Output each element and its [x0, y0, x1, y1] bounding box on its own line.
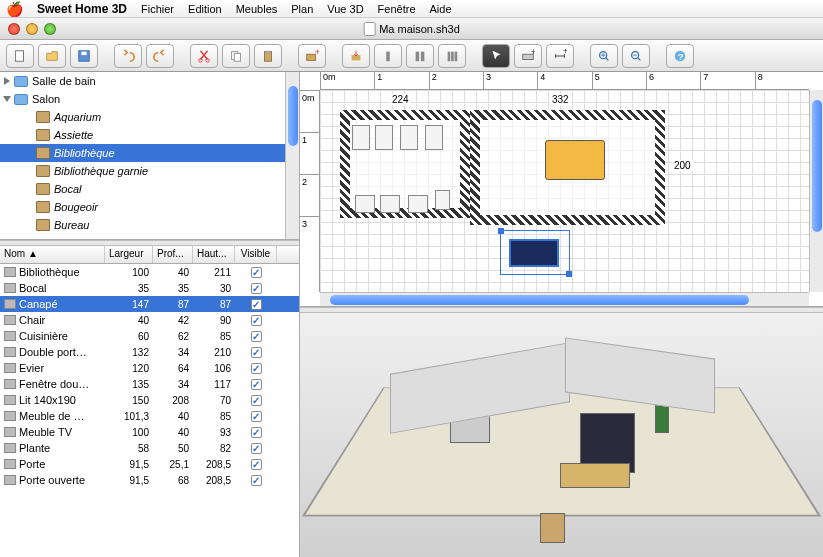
- visible-checkbox[interactable]: ✓: [251, 331, 262, 342]
- menu-meubles[interactable]: Meubles: [236, 3, 278, 15]
- plan-2d-view[interactable]: 0m12345678 0m123 224 332 200: [300, 72, 823, 307]
- column-visible[interactable]: Visible: [235, 246, 277, 263]
- copy-button[interactable]: [222, 44, 250, 68]
- visible-checkbox[interactable]: ✓: [251, 283, 262, 294]
- selection-handles[interactable]: [500, 230, 570, 275]
- create-dimensions-button[interactable]: +: [546, 44, 574, 68]
- select-tool-button[interactable]: [482, 44, 510, 68]
- window-minimize-button[interactable]: [26, 23, 38, 35]
- visible-checkbox[interactable]: ✓: [251, 443, 262, 454]
- table-header[interactable]: Nom ▲ Largeur Prof... Haut... Visible: [0, 246, 299, 264]
- menu-vue3d[interactable]: Vue 3D: [327, 3, 363, 15]
- furniture-2d[interactable]: [435, 190, 450, 210]
- furniture-2d[interactable]: [352, 125, 370, 150]
- visible-checkbox[interactable]: ✓: [251, 379, 262, 390]
- table-row[interactable]: Chair404290✓: [0, 312, 299, 328]
- visible-checkbox[interactable]: ✓: [251, 347, 262, 358]
- furniture-2d[interactable]: [408, 195, 428, 213]
- menu-aide[interactable]: Aide: [430, 3, 452, 15]
- catalog-item[interactable]: Bougeoir: [0, 198, 299, 216]
- redo-button[interactable]: [146, 44, 174, 68]
- visible-checkbox[interactable]: ✓: [251, 363, 262, 374]
- disclosure-icon[interactable]: [4, 77, 10, 85]
- dimension-label: 224: [390, 94, 411, 105]
- table-row[interactable]: Plante585082✓: [0, 440, 299, 456]
- visible-checkbox[interactable]: ✓: [251, 299, 262, 310]
- plan-vertical-scrollbar[interactable]: [809, 90, 823, 292]
- catalog-item[interactable]: Bibliothèque garnie: [0, 162, 299, 180]
- undo-button[interactable]: [114, 44, 142, 68]
- window-zoom-button[interactable]: [44, 23, 56, 35]
- column-height[interactable]: Haut...: [193, 246, 235, 263]
- catalog-scrollbar[interactable]: [285, 72, 299, 239]
- table-row[interactable]: Evier12064106✓: [0, 360, 299, 376]
- visible-checkbox[interactable]: ✓: [251, 411, 262, 422]
- menu-fenetre[interactable]: Fenêtre: [378, 3, 416, 15]
- visible-checkbox[interactable]: ✓: [251, 475, 262, 486]
- create-walls-button[interactable]: +: [514, 44, 542, 68]
- align-left-button[interactable]: [374, 44, 402, 68]
- table-row[interactable]: Double port…13234210✓: [0, 344, 299, 360]
- furniture-2d[interactable]: [380, 195, 400, 213]
- zoom-out-button[interactable]: [622, 44, 650, 68]
- window-close-button[interactable]: [8, 23, 20, 35]
- ruler-tick: 1: [300, 132, 319, 174]
- bed-2d[interactable]: [545, 140, 605, 180]
- column-name[interactable]: Nom ▲: [0, 246, 105, 263]
- visible-checkbox[interactable]: ✓: [251, 459, 262, 470]
- menu-fichier[interactable]: Fichier: [141, 3, 174, 15]
- furniture-list-table[interactable]: Nom ▲ Largeur Prof... Haut... Visible Bi…: [0, 246, 299, 557]
- table-row[interactable]: Lit 140x19015020870✓: [0, 392, 299, 408]
- catalog-item[interactable]: Bibliothèque: [0, 144, 299, 162]
- align-right-button[interactable]: [438, 44, 466, 68]
- visible-checkbox[interactable]: ✓: [251, 267, 262, 278]
- table-row[interactable]: Canapé1478787✓: [0, 296, 299, 312]
- catalog-category[interactable]: Salon: [0, 90, 299, 108]
- add-furniture-button[interactable]: +: [298, 44, 326, 68]
- catalog-item[interactable]: Aquarium: [0, 108, 299, 126]
- table-row[interactable]: Meuble de …101,34085✓: [0, 408, 299, 424]
- column-width[interactable]: Largeur: [105, 246, 153, 263]
- furniture-2d[interactable]: [375, 125, 393, 150]
- import-furniture-button[interactable]: [342, 44, 370, 68]
- catalog-item[interactable]: Assiette: [0, 126, 299, 144]
- sofa-2d[interactable]: [509, 239, 559, 267]
- plan-canvas[interactable]: 224 332 200: [320, 90, 809, 292]
- visible-checkbox[interactable]: ✓: [251, 395, 262, 406]
- open-button[interactable]: [38, 44, 66, 68]
- help-button[interactable]: ?: [666, 44, 694, 68]
- furniture-2d[interactable]: [425, 125, 443, 150]
- table-row[interactable]: Porte91,525,1208,5✓: [0, 456, 299, 472]
- disclosure-icon[interactable]: [3, 96, 11, 102]
- cell-depth: 40: [153, 411, 193, 422]
- paste-button[interactable]: [254, 44, 282, 68]
- align-center-button[interactable]: [406, 44, 434, 68]
- catalog-item[interactable]: Bocal: [0, 180, 299, 198]
- zoom-in-button[interactable]: [590, 44, 618, 68]
- catalog-item[interactable]: Bureau: [0, 216, 299, 234]
- furniture-2d[interactable]: [400, 125, 418, 150]
- visible-checkbox[interactable]: ✓: [251, 427, 262, 438]
- apple-menu-icon[interactable]: 🍎: [6, 1, 23, 17]
- save-button[interactable]: [70, 44, 98, 68]
- cell-name: Meuble TV: [19, 426, 72, 438]
- catalog-category[interactable]: Salle de bain: [0, 72, 299, 90]
- menu-edition[interactable]: Edition: [188, 3, 222, 15]
- cut-button[interactable]: [190, 44, 218, 68]
- furniture-2d[interactable]: [355, 195, 375, 213]
- table-row[interactable]: Bocal353530✓: [0, 280, 299, 296]
- table-row[interactable]: Bibliothèque10040211✓: [0, 264, 299, 280]
- visible-checkbox[interactable]: ✓: [251, 315, 262, 326]
- view-3d[interactable]: [300, 313, 823, 557]
- furniture-icon: [4, 459, 16, 469]
- furniture-catalog-tree[interactable]: Salle de bainSalonAquariumAssietteBiblio…: [0, 72, 299, 240]
- new-button[interactable]: [6, 44, 34, 68]
- menu-plan[interactable]: Plan: [291, 3, 313, 15]
- table-row[interactable]: Porte ouverte91,568208,5✓: [0, 472, 299, 488]
- table-row[interactable]: Meuble TV1004093✓: [0, 424, 299, 440]
- table-row[interactable]: Cuisinière606285✓: [0, 328, 299, 344]
- cell-depth: 50: [153, 443, 193, 454]
- plan-horizontal-scrollbar[interactable]: [320, 292, 809, 306]
- column-depth[interactable]: Prof...: [153, 246, 193, 263]
- table-row[interactable]: Fenêtre dou…13534117✓: [0, 376, 299, 392]
